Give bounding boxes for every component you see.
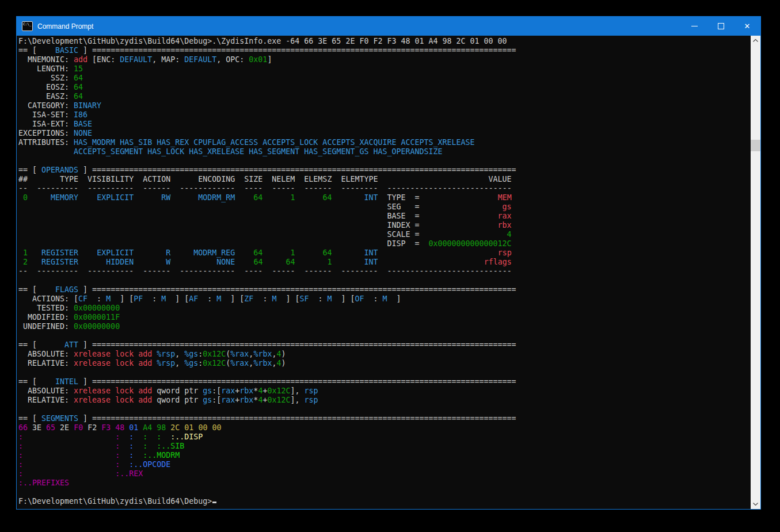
terminal-line — [18, 488, 751, 497]
terminal-line: : : : :..MODRM — [18, 451, 751, 460]
cmd-icon[interactable]: C:\_ — [22, 21, 33, 31]
terminal-line: EOSZ: 64 — [18, 83, 751, 92]
terminal-line: INDEX = rbx — [18, 221, 751, 230]
terminal-line: UNDEFINED: 0x00000000 — [18, 322, 751, 331]
terminal-line: EASZ: 64 — [18, 92, 751, 101]
terminal-line — [18, 276, 751, 285]
terminal-line: BASE = rax — [18, 212, 751, 221]
terminal-line: -- --------- ---------- ------ ---------… — [18, 184, 751, 193]
terminal-line — [18, 405, 751, 414]
terminal-line: 66 3E 65 2E F0 F2 F3 48 01 A4 98 2C 01 0… — [18, 423, 751, 433]
terminal-line: RELATIVE: xrelease lock add qword ptr gs… — [18, 396, 751, 405]
scrollbar[interactable] — [751, 36, 760, 509]
terminal-line: == [ BASIC ] ===========================… — [18, 46, 751, 55]
title-bar[interactable]: C:\_ Command Prompt ✕ — [17, 17, 760, 36]
terminal-line — [18, 331, 751, 340]
terminal-line: MODIFIED: 0x0000011F — [18, 313, 751, 322]
terminal-line: SEG = gs — [18, 202, 751, 212]
terminal-line — [18, 368, 751, 377]
terminal-line: ABSOLUTE: xrelease lock add %rsp, %gs:0x… — [18, 350, 751, 359]
terminal-line: 1 REGISTER EXPLICIT R MODRM_REG 64 1 64 … — [18, 248, 751, 258]
title-bar-left: C:\_ Command Prompt — [17, 21, 93, 31]
terminal-line: 2 REGISTER HIDDEN W NONE 64 64 1 INT rfl… — [18, 258, 751, 267]
terminal-line: RELATIVE: xrelease lock add %rsp, %gs:0x… — [18, 359, 751, 368]
terminal-line: : : : : :..SIB — [18, 442, 751, 451]
terminal-line: LENGTH: 15 — [18, 64, 751, 74]
terminal-line: ISA-EXT: BASE — [18, 120, 751, 129]
window-title: Command Prompt — [37, 22, 93, 30]
terminal-line: SCALE = 4 — [18, 230, 751, 239]
terminal-line: == [ OPERANDS ] ========================… — [18, 166, 751, 175]
terminal-line: EXCEPTIONS: NONE — [18, 129, 751, 138]
terminal-line: SSZ: 64 — [18, 74, 751, 83]
terminal-line: TESTED: 0x00000000 — [18, 304, 751, 313]
cmd-icon-text: C:\_ — [23, 22, 31, 26]
terminal-line: :..PREFIXES — [18, 479, 751, 488]
terminal-line: CATEGORY: BINARY — [18, 101, 751, 110]
close-button[interactable]: ✕ — [734, 17, 760, 36]
terminal-line: 0 MEMORY EXPLICIT RW MODRM_RM 64 1 64 IN… — [18, 193, 751, 202]
scrollbar-track[interactable] — [751, 45, 760, 499]
window-controls: ✕ — [681, 17, 760, 36]
terminal-line: == [ SEGMENTS ] ========================… — [18, 414, 751, 423]
terminal-line: ISA-SET: I86 — [18, 110, 751, 120]
terminal-line: ## TYPE VISIBILITY ACTION ENCODING SIZE … — [18, 175, 751, 184]
minimize-icon — [691, 26, 698, 26]
terminal-line: == [ ATT ] =============================… — [18, 340, 751, 350]
terminal-line: : : :..OPCODE — [18, 460, 751, 469]
maximize-icon — [718, 23, 724, 29]
terminal-output[interactable]: F:\Development\GitHub\zydis\Build64\Debu… — [17, 36, 751, 509]
terminal-line: F:\Development\GitHub\zydis\Build64\Debu… — [18, 497, 751, 506]
terminal-line: ATTRIBUTES: HAS_MODRM HAS_SIB HAS_REX CP… — [18, 138, 751, 147]
terminal-line: MNEMONIC: add [ENC: DEFAULT, MAP: DEFAUL… — [18, 55, 751, 64]
terminal-line: -- --------- ---------- ------ ---------… — [18, 267, 751, 276]
terminal-line: : : : : : :..DISP — [18, 433, 751, 442]
close-icon: ✕ — [744, 22, 751, 30]
terminal-line: ABSOLUTE: xrelease lock add qword ptr gs… — [18, 386, 751, 396]
chevron-down-icon — [753, 503, 758, 506]
scrollbar-down-button[interactable] — [751, 499, 760, 509]
terminal-line: == [ FLAGS ] ===========================… — [18, 285, 751, 294]
chevron-up-icon — [753, 39, 758, 42]
terminal-line: : :..REX — [18, 469, 751, 479]
console-area: F:\Development\GitHub\zydis\Build64\Debu… — [17, 36, 760, 509]
scrollbar-thumb[interactable] — [751, 140, 760, 151]
terminal-line: ACTIONS: [CF : M ] [PF : M ] [AF : M ] [… — [18, 294, 751, 304]
terminal-line: == [ INTEL ] ===========================… — [18, 377, 751, 386]
maximize-button[interactable] — [707, 17, 734, 36]
terminal-line — [18, 156, 751, 166]
text-cursor — [212, 502, 216, 503]
terminal-line: F:\Development\GitHub\zydis\Build64\Debu… — [18, 37, 751, 46]
desktop-background: C:\_ Command Prompt ✕ F:\Development\Git… — [0, 0, 780, 532]
terminal-line: ACCEPTS_SEGMENT HAS_LOCK HAS_XRELEASE HA… — [18, 147, 751, 156]
minimize-button[interactable] — [681, 17, 707, 36]
command-prompt-window: C:\_ Command Prompt ✕ F:\Development\Git… — [16, 16, 761, 510]
terminal-line: DISP = 0x000000000000012C — [18, 239, 751, 248]
scrollbar-up-button[interactable] — [751, 36, 760, 45]
